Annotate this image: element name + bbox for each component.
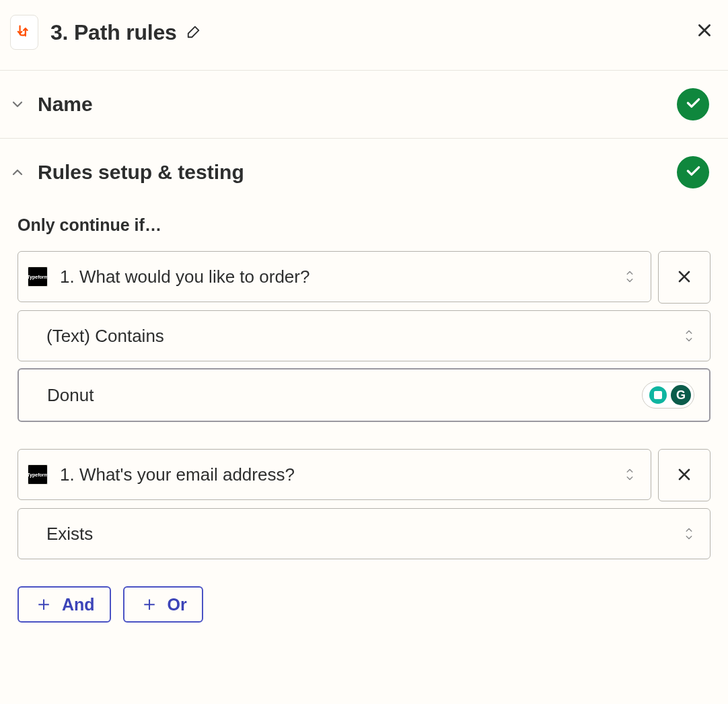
- select-toggle-icon: [683, 526, 698, 542]
- close-icon: [676, 269, 692, 287]
- typeform-app-icon: Typeform: [28, 267, 48, 287]
- rules-intro-label: Only continue if…: [17, 215, 711, 235]
- chevron-down-icon: [9, 96, 26, 112]
- and-label: And: [62, 595, 95, 614]
- select-toggle-icon: [624, 466, 639, 483]
- close-icon: [696, 31, 713, 41]
- section-rules-header[interactable]: Rules setup & testing: [0, 139, 728, 195]
- rule-operator-select[interactable]: Exists: [17, 508, 711, 559]
- select-toggle-icon: [624, 269, 639, 285]
- rule-value-text: Donut: [28, 385, 697, 406]
- close-panel-button[interactable]: [696, 22, 713, 41]
- section-rules-title: Rules setup & testing: [38, 161, 665, 184]
- pencil-icon: [186, 24, 201, 41]
- close-icon: [676, 466, 692, 485]
- checkmark-icon: [684, 162, 702, 182]
- select-toggle-icon: [683, 328, 698, 344]
- rule-value-input[interactable]: Donut G: [17, 368, 711, 422]
- panel-header: 3. Path rules: [0, 0, 728, 71]
- or-label: Or: [168, 595, 187, 614]
- grammarly-widget[interactable]: G: [642, 382, 694, 409]
- edit-title-button[interactable]: [186, 24, 201, 41]
- delete-rule-button[interactable]: [658, 449, 711, 501]
- path-rules-icon: [17, 24, 32, 41]
- page-title: 3. Path rules: [50, 20, 177, 45]
- add-or-button[interactable]: ＋ Or: [123, 586, 203, 623]
- suggestion-icon: [649, 386, 667, 404]
- typeform-app-icon: Typeform: [28, 464, 48, 485]
- plus-icon: ＋: [139, 594, 159, 614]
- logic-buttons-row: ＋ And ＋ Or: [17, 586, 711, 623]
- chevron-up-icon: [9, 164, 26, 180]
- rules-body: Only continue if… Typeform 1. What would…: [0, 195, 728, 649]
- checkmark-icon: [684, 94, 702, 114]
- rule-operator-label: (Text) Contains: [28, 326, 683, 347]
- delete-rule-button[interactable]: [658, 251, 711, 304]
- step-icon-container: [10, 15, 38, 50]
- rule-group: Typeform 1. What's your email address? E…: [17, 449, 711, 559]
- rule-group: Typeform 1. What would you like to order…: [17, 251, 711, 422]
- status-complete-badge: [677, 88, 709, 120]
- rule-source-select[interactable]: Typeform 1. What would you like to order…: [17, 251, 651, 302]
- plus-icon: ＋: [34, 594, 54, 614]
- grammarly-icon: G: [671, 385, 691, 405]
- rule-operator-label: Exists: [28, 524, 683, 544]
- rule-source-select[interactable]: Typeform 1. What's your email address?: [17, 449, 651, 500]
- section-name-header[interactable]: Name: [0, 71, 728, 139]
- section-name-title: Name: [38, 93, 665, 116]
- status-complete-badge: [677, 156, 709, 188]
- rule-source-label: 1. What would you like to order?: [60, 267, 624, 287]
- rule-operator-select[interactable]: (Text) Contains: [17, 310, 711, 361]
- rule-source-label: 1. What's your email address?: [60, 464, 624, 485]
- add-and-button[interactable]: ＋ And: [17, 586, 111, 623]
